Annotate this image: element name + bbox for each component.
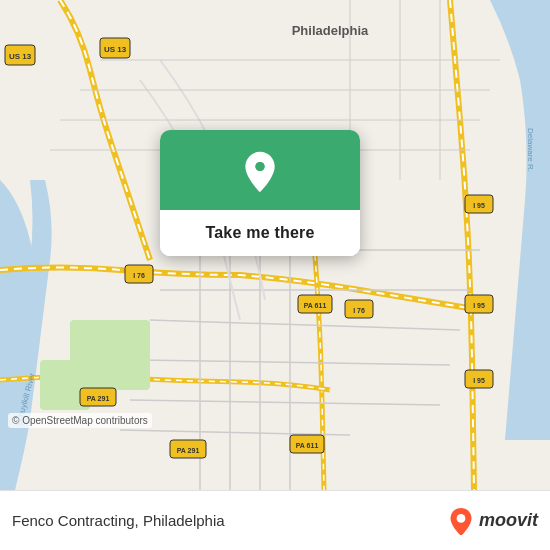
svg-text:Delaware R.: Delaware R.: [526, 128, 535, 172]
svg-point-45: [255, 162, 264, 171]
svg-text:I 76: I 76: [353, 307, 365, 314]
svg-text:US 13: US 13: [9, 52, 32, 61]
svg-text:PA 611: PA 611: [296, 442, 319, 449]
bottom-bar: Fenco Contracting, Philadelphia moovit: [0, 490, 550, 550]
popup-card: Take me there: [160, 130, 360, 256]
svg-text:PA 611: PA 611: [304, 302, 327, 309]
svg-text:I 95: I 95: [473, 302, 485, 309]
svg-text:US 13: US 13: [104, 45, 127, 54]
svg-text:I 95: I 95: [473, 202, 485, 209]
svg-text:Philadelphia: Philadelphia: [292, 23, 369, 38]
svg-point-46: [457, 514, 466, 523]
svg-text:PA 291: PA 291: [87, 395, 110, 402]
svg-text:PA 291: PA 291: [177, 447, 200, 454]
moovit-pin-icon: [447, 507, 475, 535]
take-me-there-button[interactable]: Take me there: [160, 210, 360, 256]
popup-green-section: [160, 130, 360, 210]
location-pin-icon: [238, 150, 282, 194]
moovit-wordmark: moovit: [479, 510, 538, 531]
svg-text:I 76: I 76: [133, 272, 145, 279]
osm-attribution: © OpenStreetMap contributors: [8, 413, 152, 428]
location-label: Fenco Contracting, Philadelphia: [12, 512, 447, 529]
svg-text:I 95: I 95: [473, 377, 485, 384]
moovit-logo: moovit: [447, 507, 538, 535]
map-container: US 13 US 13 I 76 I 76 I 95 I 95 I 95 PA …: [0, 0, 550, 490]
